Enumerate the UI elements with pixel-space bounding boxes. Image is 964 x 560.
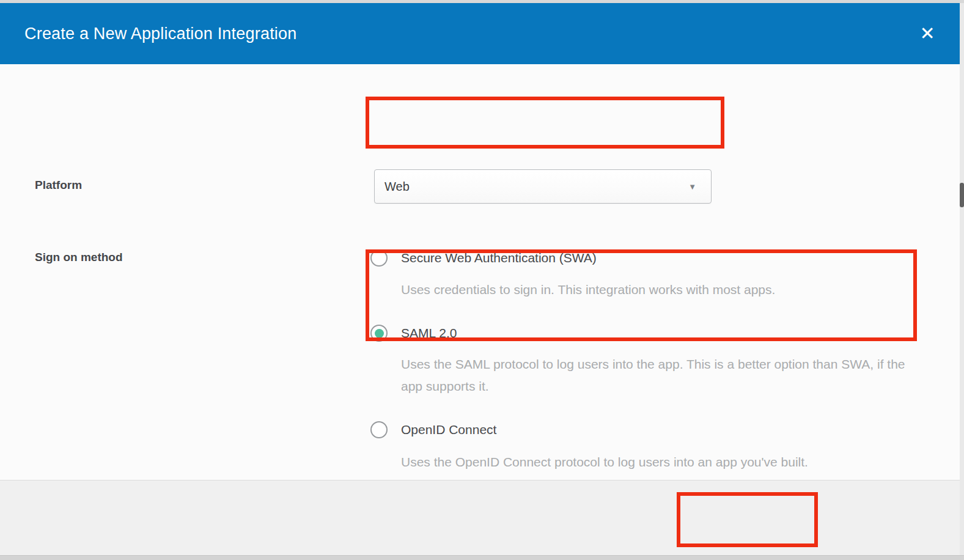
signon-option-openid-description: Uses the OpenID Connect protocol to log … (401, 451, 808, 473)
chevron-down-icon: ▼ (688, 182, 696, 191)
platform-dropdown[interactable]: Web ▼ (374, 169, 712, 204)
signon-option-openid[interactable]: OpenID Connect (370, 421, 496, 438)
page-bottom-strip (0, 555, 964, 560)
close-icon[interactable]: ✕ (914, 20, 941, 47)
create-app-integration-dialog: Create a New Application Integration ✕ P… (0, 0, 964, 560)
dialog-header: Create a New Application Integration ✕ (0, 3, 964, 64)
platform-label: Platform (35, 179, 82, 192)
scrollbar-thumb[interactable] (960, 183, 964, 207)
annotation-box-create-button (677, 492, 818, 547)
scrollbar-track[interactable] (960, 3, 964, 555)
dialog-title: Create a New Application Integration (24, 24, 296, 43)
signon-option-saml-description: Uses the SAML protocol to log users into… (401, 353, 905, 397)
signon-method-label: Sign on method (35, 251, 123, 264)
dialog-footer: Create Cancel (0, 480, 964, 555)
radio-openid[interactable] (370, 421, 388, 438)
signon-option-openid-label: OpenID Connect (401, 422, 496, 437)
annotation-box-saml-option (366, 249, 917, 341)
annotation-box-platform-dropdown (366, 97, 724, 149)
platform-dropdown-value: Web (384, 180, 410, 194)
